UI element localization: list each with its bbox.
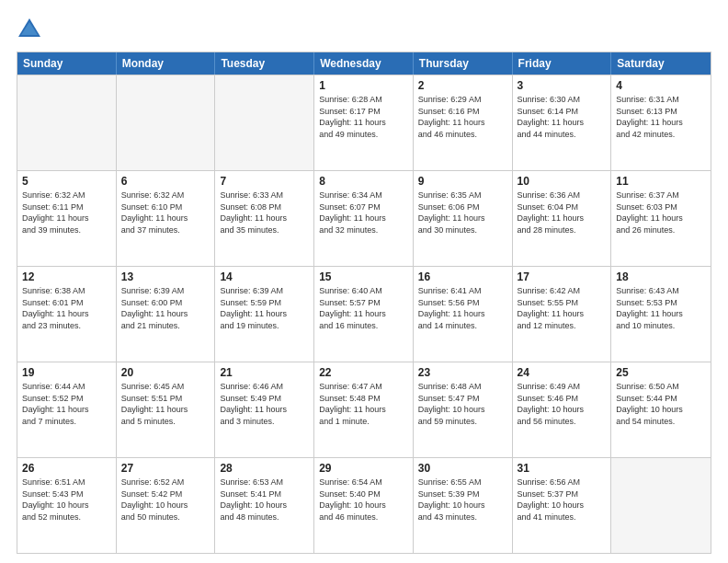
cell-line: Sunrise: 6:40 AM: [319, 285, 408, 297]
day-number: 5: [22, 175, 111, 188]
calendar-cell-27: 27Sunrise: 6:52 AMSunset: 5:42 PMDayligh…: [117, 458, 216, 553]
calendar-row-4: 19Sunrise: 6:44 AMSunset: 5:52 PMDayligh…: [17, 362, 711, 457]
cell-line: Sunrise: 6:52 AM: [121, 477, 210, 488]
cell-line: Sunset: 5:53 PM: [616, 297, 706, 309]
calendar-cell-19: 19Sunrise: 6:44 AMSunset: 5:52 PMDayligh…: [17, 362, 117, 457]
cell-line: Daylight: 11 hours: [22, 404, 111, 416]
day-number: 25: [616, 366, 706, 379]
cell-line: and 23 minutes.: [22, 320, 111, 332]
cell-line: Sunset: 5:47 PM: [418, 393, 507, 405]
calendar-row-1: 1Sunrise: 6:28 AMSunset: 6:17 PMDaylight…: [17, 75, 711, 170]
cell-line: Daylight: 10 hours: [22, 500, 111, 511]
cell-line: Sunset: 5:40 PM: [319, 488, 408, 500]
cell-line: Sunset: 5:51 PM: [121, 393, 210, 405]
cell-line: Daylight: 11 hours: [518, 117, 607, 129]
page: SundayMondayTuesdayWednesdayThursdayFrid…: [0, 0, 728, 563]
cell-line: Sunrise: 6:30 AM: [518, 94, 607, 106]
cell-line: Daylight: 11 hours: [518, 308, 607, 320]
cell-line: Sunrise: 6:51 AM: [22, 477, 111, 488]
cell-line: and 48 minutes.: [220, 511, 309, 523]
day-number: 7: [220, 175, 309, 188]
cell-line: Daylight: 11 hours: [616, 117, 706, 129]
cell-line: Sunset: 6:16 PM: [418, 106, 507, 118]
weekday-header-saturday: Saturday: [611, 52, 711, 75]
calendar-cell-12: 12Sunrise: 6:38 AMSunset: 6:01 PMDayligh…: [17, 267, 117, 362]
cell-line: Daylight: 11 hours: [220, 404, 309, 416]
cell-line: Sunset: 5:46 PM: [518, 393, 607, 405]
cell-line: Sunrise: 6:45 AM: [121, 381, 210, 393]
cell-line: Sunset: 5:56 PM: [418, 297, 507, 309]
calendar-cell-29: 29Sunrise: 6:54 AMSunset: 5:40 PMDayligh…: [314, 458, 414, 553]
cell-line: Daylight: 11 hours: [418, 117, 507, 129]
calendar-cell-empty-0-1: [117, 75, 216, 170]
calendar-cell-21: 21Sunrise: 6:46 AMSunset: 5:49 PMDayligh…: [215, 362, 314, 457]
cell-line: Daylight: 11 hours: [22, 213, 111, 224]
cell-line: and 12 minutes.: [518, 320, 607, 332]
calendar-cell-6: 6Sunrise: 6:32 AMSunset: 6:10 PMDaylight…: [117, 171, 216, 266]
calendar-cell-1: 1Sunrise: 6:28 AMSunset: 6:17 PMDaylight…: [314, 75, 414, 170]
day-number: 17: [518, 270, 607, 283]
day-number: 24: [518, 366, 607, 379]
cell-line: Sunset: 6:07 PM: [319, 201, 408, 213]
cell-line: Daylight: 11 hours: [22, 308, 111, 320]
calendar: SundayMondayTuesdayWednesdayThursdayFrid…: [17, 52, 711, 554]
cell-line: and 5 minutes.: [121, 416, 210, 428]
cell-line: Sunrise: 6:36 AM: [518, 190, 607, 201]
day-number: 31: [518, 462, 607, 475]
cell-line: Daylight: 11 hours: [319, 213, 408, 224]
calendar-cell-22: 22Sunrise: 6:47 AMSunset: 5:48 PMDayligh…: [314, 362, 414, 457]
cell-line: Daylight: 11 hours: [220, 308, 309, 320]
cell-line: and 14 minutes.: [418, 320, 507, 332]
cell-line: Sunset: 6:04 PM: [518, 201, 607, 213]
cell-line: Sunset: 5:59 PM: [220, 297, 309, 309]
calendar-cell-empty-0-2: [215, 75, 314, 170]
cell-line: and 32 minutes.: [319, 224, 408, 236]
cell-line: Daylight: 11 hours: [319, 404, 408, 416]
cell-line: Sunrise: 6:54 AM: [319, 477, 408, 488]
cell-line: Sunset: 5:49 PM: [220, 393, 309, 405]
cell-line: and 50 minutes.: [121, 511, 210, 523]
cell-line: Sunrise: 6:33 AM: [220, 190, 309, 201]
calendar-cell-9: 9Sunrise: 6:35 AMSunset: 6:06 PMDaylight…: [414, 171, 513, 266]
cell-line: Sunrise: 6:49 AM: [518, 381, 607, 393]
calendar-cell-28: 28Sunrise: 6:53 AMSunset: 5:41 PMDayligh…: [215, 458, 314, 553]
cell-line: Daylight: 11 hours: [319, 117, 408, 129]
cell-line: and 41 minutes.: [518, 511, 607, 523]
day-number: 9: [418, 175, 507, 188]
cell-line: Daylight: 10 hours: [121, 500, 210, 511]
logo-icon: [17, 17, 42, 42]
cell-line: Sunrise: 6:35 AM: [418, 190, 507, 201]
cell-line: Sunset: 5:39 PM: [418, 488, 507, 500]
cell-line: Sunset: 6:17 PM: [319, 106, 408, 118]
cell-line: Sunrise: 6:47 AM: [319, 381, 408, 393]
calendar-cell-4: 4Sunrise: 6:31 AMSunset: 6:13 PMDaylight…: [611, 75, 711, 170]
cell-line: and 37 minutes.: [121, 224, 210, 236]
cell-line: Daylight: 11 hours: [518, 213, 607, 224]
cell-line: Sunset: 6:08 PM: [220, 201, 309, 213]
cell-line: Sunrise: 6:39 AM: [220, 285, 309, 297]
cell-line: Sunset: 5:57 PM: [319, 297, 408, 309]
weekday-header-sunday: Sunday: [17, 52, 117, 75]
day-number: 11: [616, 175, 706, 188]
cell-line: Sunrise: 6:31 AM: [616, 94, 706, 106]
cell-line: and 26 minutes.: [616, 224, 706, 236]
calendar-cell-2: 2Sunrise: 6:29 AMSunset: 6:16 PMDaylight…: [414, 75, 513, 170]
cell-line: Daylight: 11 hours: [121, 404, 210, 416]
day-number: 30: [418, 462, 507, 475]
cell-line: Daylight: 10 hours: [616, 404, 706, 416]
day-number: 13: [121, 270, 210, 283]
cell-line: Sunrise: 6:32 AM: [121, 190, 210, 201]
day-number: 22: [319, 366, 408, 379]
calendar-header: SundayMondayTuesdayWednesdayThursdayFrid…: [17, 52, 711, 75]
cell-line: and 39 minutes.: [22, 224, 111, 236]
cell-line: and 10 minutes.: [616, 320, 706, 332]
weekday-header-friday: Friday: [513, 52, 612, 75]
cell-line: Daylight: 11 hours: [121, 308, 210, 320]
calendar-cell-10: 10Sunrise: 6:36 AMSunset: 6:04 PMDayligh…: [513, 171, 612, 266]
cell-line: and 1 minute.: [319, 416, 408, 428]
cell-line: Daylight: 10 hours: [220, 500, 309, 511]
day-number: 29: [319, 462, 408, 475]
cell-line: Sunset: 6:00 PM: [121, 297, 210, 309]
cell-line: and 16 minutes.: [319, 320, 408, 332]
cell-line: Sunset: 6:11 PM: [22, 201, 111, 213]
